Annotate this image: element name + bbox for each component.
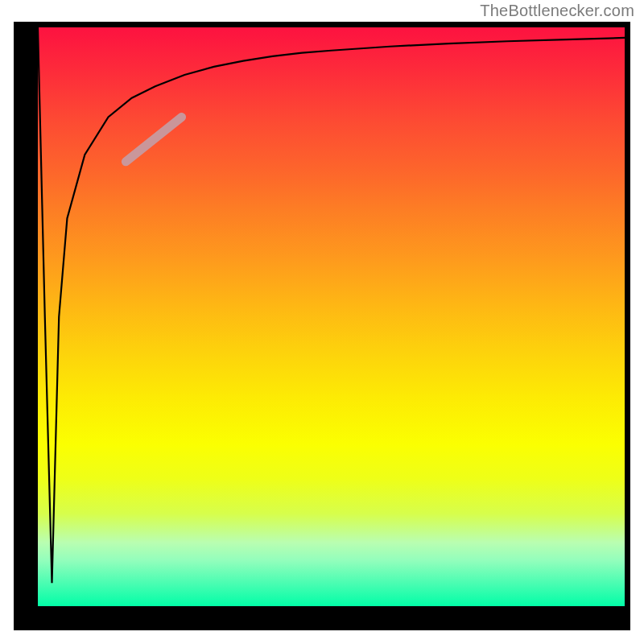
chart-container: TheBottlenecker.com [0,0,644,644]
chart-frame [14,22,630,630]
plot-area [38,27,625,606]
curve-svg [38,27,625,606]
highlight-band [126,117,181,161]
attribution-text: TheBottlenecker.com [480,2,634,20]
bottleneck-curve [38,27,625,583]
